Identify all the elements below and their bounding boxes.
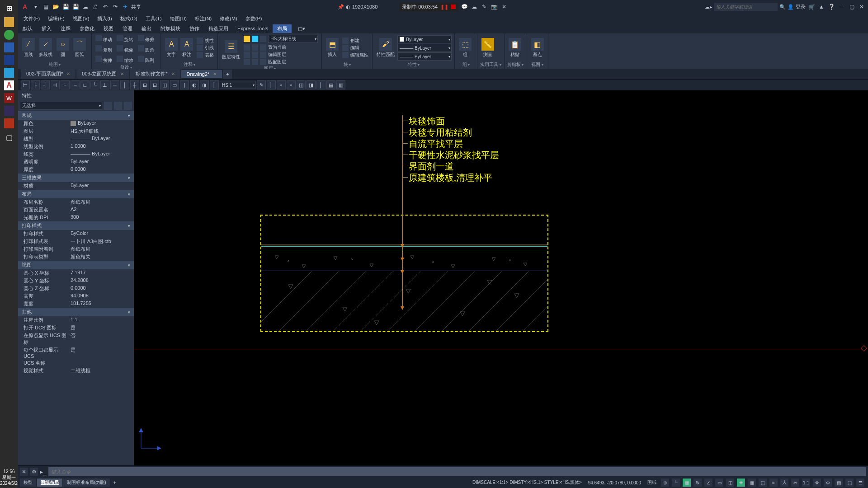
draw-tool[interactable]: ∕直线 [21,38,36,58]
dim-tool[interactable]: ⌐ [61,80,70,89]
dim-tool[interactable]: ▥ [336,80,345,89]
ribbon-tab[interactable]: 默认 [18,24,37,33]
taskbar-app-icon[interactable] [4,68,14,78]
dim-tool[interactable]: ├ [31,80,40,89]
status-btn[interactable]: ⬚ [759,479,767,487]
save-icon[interactable]: 💾 [61,3,70,11]
taskbar-app-icon[interactable] [4,118,14,128]
pickadd-icon[interactable] [124,102,132,110]
close-rec-icon[interactable]: ✕ [500,3,508,11]
modify-tool[interactable]: 移动 [95,35,112,43]
layer-tool[interactable]: 匹配图层 [243,58,319,66]
ribbon-tab[interactable]: 管理 [118,24,137,33]
status-btn[interactable]: ▦ [748,479,756,487]
block-tool[interactable]: 编辑属性 [341,52,369,59]
insert-block-button[interactable]: ⬒插入 [325,38,340,58]
annot-tool[interactable]: A文字 [164,38,179,58]
minimize-icon[interactable]: ─ [837,3,846,10]
doc-tab[interactable]: 标准制作文件*✕ [130,69,180,79]
annot-tool[interactable]: A标注 [179,38,194,58]
dim-tool[interactable]: ◫ [297,80,306,89]
menu-item[interactable]: 视图(V) [69,14,93,23]
add-layout-button[interactable]: + [111,479,119,487]
props-row[interactable]: UCS 名称 [18,359,134,367]
props-section-header[interactable]: 视图 [18,261,134,269]
dim-tool[interactable]: ⊢ [21,80,30,89]
redo-icon[interactable]: ↷ [111,3,119,11]
dim-tool[interactable]: ◑ [200,80,209,89]
dim-tool[interactable]: ─ [110,80,119,89]
status-btn[interactable]: ▤ [835,479,843,487]
tab-close-icon[interactable]: ✕ [213,71,217,76]
pause-icon[interactable]: ❚❚ [440,4,448,10]
props-row[interactable]: 打开 UCS 图标是 [18,324,134,332]
ribbon-tab[interactable]: 插入 [37,24,56,33]
props-row[interactable]: 页面设置名A2 [18,206,134,214]
modify-tool[interactable]: 阵列 [138,56,155,64]
cmd-options-icon[interactable]: ⚙ [30,468,38,476]
dim-tool[interactable]: ◫ [160,80,169,89]
layout-tab[interactable]: 模型 [20,479,36,487]
ribbon-tab[interactable]: 参数化 [75,24,99,33]
menu-item[interactable]: 格式(O) [117,14,141,23]
qat-dropdown-icon[interactable]: ▾ [32,3,40,11]
print-icon[interactable]: 🖨 [91,3,99,11]
open-icon[interactable]: 📂 [52,3,60,11]
layer-combo[interactable]: HS.大样细线 [268,35,318,43]
cmd-close-icon[interactable]: ✕ [20,468,28,476]
cloud-sync-icon[interactable]: ☁▸ [705,4,712,10]
menu-item[interactable]: 绘图(D) [166,14,190,23]
dim-tool[interactable]: | [180,80,189,89]
command-input[interactable] [48,467,866,476]
taskbar-app-icon[interactable]: w [4,93,14,103]
ribbon-tab[interactable]: 精选应用 [204,24,233,33]
status-btn[interactable]: ▦ [683,479,691,487]
dim-tool[interactable]: ⊟ [150,80,159,89]
props-section-header[interactable]: 三维效果 [18,174,134,182]
ribbon-tab[interactable]: 视图 [99,24,118,33]
select-objects-icon[interactable] [114,102,122,110]
apps-icon[interactable]: ▲ [817,3,826,11]
tab-close-icon[interactable]: ✕ [66,71,70,76]
props-combo[interactable]: ——— ByLayer [397,52,452,61]
measure-button[interactable]: 📏测量 [480,38,495,58]
layer-tool[interactable]: 编辑图层 [243,51,319,58]
dim-tool[interactable]: ◨ [307,80,316,89]
taskbar-app-icon[interactable]: ▢ [3,131,15,144]
menu-item[interactable]: 修改(M) [216,14,241,23]
menu-item[interactable]: 编辑(E) [44,14,68,23]
dim-tool[interactable]: │ [316,80,326,89]
status-btn[interactable]: 1:1 [802,479,810,487]
props-row[interactable]: 打印表附着到图纸布局 [18,245,134,253]
camera-icon[interactable]: 📷 [490,3,498,11]
new-tab-button[interactable]: + [223,70,232,79]
dim-tool[interactable]: ▤ [326,80,335,89]
props-row[interactable]: 每个视口都显示 UCS是 [18,346,134,359]
draw-tool[interactable]: ⌒圆弧 [72,38,87,58]
cloud-icon[interactable]: ☁ [81,3,90,11]
props-combo[interactable]: ——— ByLayer [397,44,452,52]
props-row[interactable]: 打印样式表一卜川-A3白图.ctb [18,238,134,245]
user-icon[interactable]: 👤 [788,4,794,10]
taskbar-app-icon[interactable] [4,55,14,65]
props-row[interactable]: 透明度ByLayer [18,158,134,166]
status-mode[interactable]: 图纸 [646,479,658,486]
layout-tab[interactable]: 制图标准布局(勿删) [63,479,110,487]
rec-tool-icon[interactable]: 💬 [460,3,468,11]
modify-tool[interactable]: 拉伸 [95,56,112,64]
modify-tool[interactable]: 圆角 [138,45,155,53]
status-btn[interactable]: └ [672,479,680,487]
taskbar-app-icon[interactable] [4,106,14,116]
menu-item[interactable]: 标注(N) [191,14,215,23]
saveas-icon[interactable]: 💾 [71,3,80,11]
layout-tab[interactable]: 图纸布局 [37,479,62,487]
draw-tool[interactable]: ○圆 [55,38,71,58]
props-row[interactable]: 线型比例1.0000 [18,143,134,150]
tab-close-icon[interactable]: ✕ [120,71,124,76]
ribbon-tab[interactable]: 附加模块 [156,24,185,33]
status-btn[interactable]: ☰ [856,479,864,487]
menu-item[interactable]: 工具(T) [142,14,165,23]
status-btn[interactable]: 人 [780,479,788,487]
props-combo[interactable]: ByLayer [397,35,452,43]
new-icon[interactable]: ▤ [42,3,50,11]
